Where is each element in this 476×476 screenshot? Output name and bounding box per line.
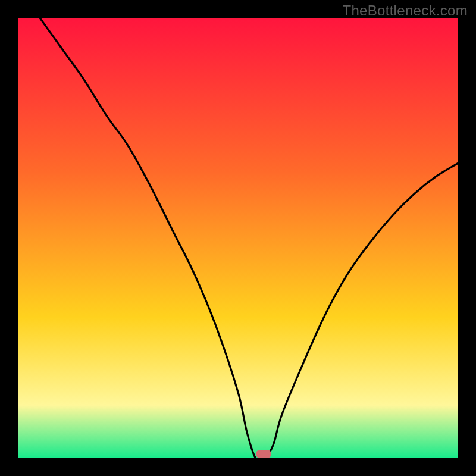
watermark-text: TheBottleneck.com [342,2,468,19]
bottleneck-chart [18,18,458,458]
minimum-marker-icon [256,450,271,458]
plot-area [18,18,458,458]
chart-frame: TheBottleneck.com [0,0,476,476]
